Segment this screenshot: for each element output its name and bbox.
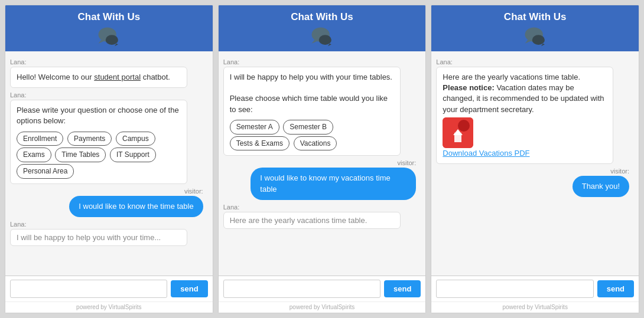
svg-point-5 bbox=[319, 35, 331, 45]
chat-header-icon-3 bbox=[524, 25, 547, 48]
chat-title-1: Chat With Us bbox=[78, 11, 141, 23]
svg-point-1 bbox=[106, 35, 118, 45]
chat-input-2[interactable] bbox=[223, 280, 380, 298]
send-button-2[interactable]: send bbox=[384, 280, 421, 297]
lana-label-3a: Lana: bbox=[436, 58, 629, 65]
chat-title-3: Chat With Us bbox=[504, 11, 567, 23]
chat-input-1[interactable] bbox=[10, 280, 167, 298]
powered-by-2: powered by VirtualSpirits bbox=[219, 301, 426, 313]
option-timetables[interactable]: Time Tables bbox=[55, 147, 106, 162]
lana-label-1a: Lana: bbox=[10, 58, 203, 65]
lana-bubble-2b-partial: Here are the yearly vacations time table… bbox=[223, 212, 401, 229]
options-row-1: Enrollment Payments Campus Exams Time Ta… bbox=[17, 130, 181, 179]
option-tests-exams[interactable]: Tests & Exams bbox=[230, 136, 290, 151]
chat-input-3[interactable] bbox=[436, 280, 593, 298]
svg-point-13 bbox=[458, 120, 470, 132]
lana-text-3a-main: Here are the yearly vacations time table… bbox=[443, 73, 580, 81]
option-semester-a[interactable]: Semester A bbox=[230, 120, 279, 135]
chat-input-area-2: send bbox=[219, 276, 426, 301]
visitor-bubble-3a: Thank you! bbox=[573, 176, 629, 197]
visitor-label-1a: visitor: bbox=[10, 188, 203, 195]
option-semester-b[interactable]: Semester B bbox=[283, 120, 333, 135]
chat-input-area-3: send bbox=[431, 276, 639, 301]
visitor-bubble-2a: I would like to know my vacations time t… bbox=[251, 168, 416, 199]
lana-label-1b: Lana: bbox=[10, 91, 203, 99]
send-button-3[interactable]: send bbox=[597, 280, 634, 297]
option-personalarea[interactable]: Personal Area bbox=[17, 164, 74, 179]
option-itsupport[interactable]: IT Support bbox=[110, 147, 156, 162]
lana-bubble-1b: Please write your question or choose one… bbox=[10, 100, 187, 184]
chat-header-1: Chat With Us bbox=[5, 5, 213, 51]
chat-panel-3: Chat With Us Lana: Here are the yearly v… bbox=[431, 5, 639, 313]
chat-header-icon-2 bbox=[311, 25, 333, 48]
chat-panel-2: Chat With Us Lana: I will be happy to he… bbox=[218, 5, 427, 313]
chat-body-2: Lana: I will be happy to help you with y… bbox=[219, 51, 426, 276]
send-button-1[interactable]: send bbox=[171, 280, 207, 297]
chat-input-area-1: send bbox=[5, 276, 213, 301]
options-row-2: Semester A Semester B Tests & Exams Vaca… bbox=[230, 118, 394, 151]
pdf-icon-svg bbox=[443, 117, 473, 148]
chat-body-1: Lana: Hello! Welcome to our student port… bbox=[5, 51, 213, 276]
option-payments[interactable]: Payments bbox=[67, 132, 112, 146]
lana-label-2b: Lana: bbox=[223, 204, 417, 211]
lana-bubble-1a: Hello! Welcome to our student portal cha… bbox=[10, 67, 187, 88]
option-campus[interactable]: Campus bbox=[116, 132, 155, 146]
option-vacations[interactable]: Vacations bbox=[294, 136, 337, 151]
lana-label-2a: Lana: bbox=[223, 58, 417, 65]
svg-point-9 bbox=[532, 35, 544, 45]
chat-body-3: Lana: Here are the yearly vacations time… bbox=[431, 51, 639, 276]
visitor-label-2a: visitor: bbox=[223, 159, 417, 166]
chat-header-icon-1 bbox=[97, 25, 120, 48]
option-exams[interactable]: Exams bbox=[17, 147, 51, 162]
option-enrollment[interactable]: Enrollment bbox=[17, 132, 63, 146]
pdf-row bbox=[443, 117, 607, 148]
lana-bubble-3a: Here are the yearly vacations time table… bbox=[436, 67, 613, 164]
pdf-icon bbox=[443, 117, 473, 148]
lana-bubble-2a: I will be happy to help you with your ti… bbox=[223, 67, 401, 156]
lana-bubble-1c-partial: I will be happy to help you with your ti… bbox=[10, 229, 187, 246]
visitor-bubble-1a: I would like to know the time table bbox=[69, 196, 203, 217]
chat-title-2: Chat With Us bbox=[291, 11, 353, 23]
chat-header-2: Chat With Us bbox=[219, 5, 426, 51]
visitor-label-3a: visitor: bbox=[436, 168, 629, 175]
chat-panel-1: Chat With Us Lana: Hello! Welcome to our… bbox=[5, 5, 213, 313]
lana-notice-bold: Please notice: bbox=[443, 83, 494, 92]
download-pdf-link[interactable]: Download Vacations PDF bbox=[443, 149, 529, 158]
lana-label-1c: Lana: bbox=[10, 221, 203, 228]
chat-header-3: Chat With Us bbox=[431, 5, 639, 51]
powered-by-1: powered by VirtualSpirits bbox=[5, 301, 213, 313]
powered-by-3: powered by VirtualSpirits bbox=[431, 301, 639, 313]
